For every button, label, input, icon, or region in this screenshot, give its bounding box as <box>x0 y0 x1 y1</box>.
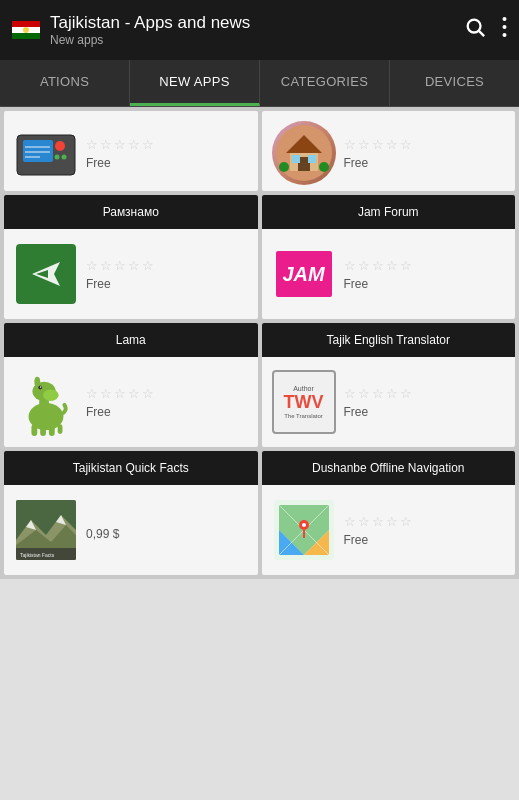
app-info: ☆ ☆ ☆ ☆ ☆ Free <box>86 258 248 291</box>
app-info: ☆ ☆ ☆ ☆ ☆ Free <box>86 137 248 170</box>
app-title: Tajik English Translator <box>262 323 516 357</box>
app-title: Jam Forum <box>262 195 516 229</box>
header-title: Tajikistan - Apps and news <box>50 13 464 33</box>
svg-point-14 <box>62 155 67 160</box>
search-icon[interactable] <box>464 16 486 44</box>
svg-line-5 <box>479 31 484 36</box>
header-text-block: Tajikistan - Apps and news New apps <box>50 13 464 47</box>
app-title: Рамзнамо <box>4 195 258 229</box>
tab-ations[interactable]: ations <box>0 60 130 106</box>
app-icon-nav <box>272 498 336 562</box>
svg-rect-23 <box>308 155 316 163</box>
list-item[interactable]: Tajikistan Quick Facts Taj <box>4 451 258 575</box>
star-rating: ☆ ☆ ☆ ☆ ☆ <box>344 386 412 401</box>
svg-rect-33 <box>31 424 37 436</box>
list-item[interactable]: ☆ ☆ ☆ ☆ ☆ Free <box>262 111 516 191</box>
list-item[interactable]: ☆ ☆ ☆ ☆ ☆ Free <box>4 111 258 191</box>
app-card-body: ☆ ☆ ☆ ☆ ☆ Free <box>262 111 516 191</box>
tab-bar: ations New apps Categories Devices <box>0 60 519 107</box>
svg-point-25 <box>319 162 329 172</box>
plane-box <box>16 244 76 304</box>
app-price: Free <box>344 533 369 547</box>
header-subtitle: New apps <box>50 33 464 47</box>
svg-point-51 <box>302 523 306 527</box>
svg-rect-22 <box>292 155 300 163</box>
svg-rect-35 <box>49 424 55 436</box>
app-card-body: ☆ ☆ ☆ ☆ ☆ Free <box>4 357 258 447</box>
tab-categories[interactable]: Categories <box>260 60 390 106</box>
app-icon-facts: Tajikistan Facts <box>14 498 78 562</box>
star-rating: ☆ ☆ ☆ ☆ ☆ <box>86 137 154 152</box>
app-card-body: ☆ ☆ ☆ ☆ ☆ Free <box>4 111 258 191</box>
app-info: ☆ ☆ ☆ ☆ ☆ Free <box>344 137 506 170</box>
app-info: ☆ ☆ ☆ ☆ ☆ Free <box>344 514 506 547</box>
svg-point-24 <box>279 162 289 172</box>
svg-point-3 <box>23 27 29 33</box>
app-price: 0,99 $ <box>86 527 119 541</box>
star-rating: ☆ ☆ ☆ ☆ ☆ <box>344 514 412 529</box>
app-icon-jam: JAM <box>272 242 336 306</box>
star-rating: ☆ ☆ ☆ ☆ ☆ <box>344 137 412 152</box>
svg-point-4 <box>468 20 481 33</box>
app-info: ☆ ☆ ☆ ☆ ☆ Free <box>344 386 506 419</box>
app-price: Free <box>86 156 111 170</box>
svg-point-30 <box>38 386 42 390</box>
house-image <box>272 121 336 185</box>
app-title: Lama <box>4 323 258 357</box>
app-card-body: Tajikistan Facts 0,99 $ <box>4 485 258 575</box>
app-price: Free <box>86 277 111 291</box>
app-info: 0,99 $ <box>86 519 248 541</box>
svg-point-6 <box>503 17 507 21</box>
star-rating: ☆ ☆ ☆ ☆ ☆ <box>86 258 154 273</box>
app-title: Tajikistan Quick Facts <box>4 451 258 485</box>
svg-rect-0 <box>12 21 40 27</box>
tab-devices[interactable]: Devices <box>390 60 519 106</box>
list-item[interactable]: Lama <box>4 323 258 447</box>
app-card-body: JAM ☆ ☆ ☆ ☆ ☆ Free <box>262 229 516 319</box>
star-rating: ☆ ☆ ☆ ☆ ☆ <box>344 258 412 273</box>
svg-point-7 <box>503 25 507 29</box>
app-icon-twv: Author TWV The Translator <box>272 370 336 434</box>
app-title: Dushanbe Offline Navigation <box>262 451 516 485</box>
more-options-icon[interactable] <box>502 16 507 44</box>
star-rating: ☆ ☆ ☆ ☆ ☆ <box>86 386 154 401</box>
svg-point-8 <box>503 33 507 37</box>
app-price: Free <box>344 156 369 170</box>
app-card-body: ☆ ☆ ☆ ☆ ☆ Free <box>262 485 516 575</box>
list-item[interactable]: Jam Forum JAM ☆ ☆ ☆ ☆ ☆ Free <box>262 195 516 319</box>
app-grid: ☆ ☆ ☆ ☆ ☆ Free <box>0 107 519 579</box>
tab-new-apps[interactable]: New apps <box>130 60 260 106</box>
svg-rect-34 <box>40 424 46 436</box>
app-icon-radio <box>14 121 78 185</box>
header-actions <box>464 16 507 44</box>
app-icon-house <box>272 121 336 185</box>
app-price: Free <box>86 405 111 419</box>
app-info: ☆ ☆ ☆ ☆ ☆ Free <box>86 386 248 419</box>
svg-text:Tajikistan Facts: Tajikistan Facts <box>20 552 55 558</box>
jam-box: JAM <box>276 251 332 297</box>
svg-point-29 <box>43 389 59 401</box>
nav-map-icon <box>274 500 334 560</box>
app-card-body: Author TWV The Translator ☆ ☆ ☆ ☆ ☆ Free <box>262 357 516 447</box>
svg-point-12 <box>55 141 65 151</box>
app-price: Free <box>344 405 369 419</box>
app-header: Tajikistan - Apps and news New apps <box>0 0 519 60</box>
flag-icon <box>12 21 40 39</box>
app-icon-lama <box>14 370 78 434</box>
svg-rect-2 <box>12 33 40 39</box>
list-item[interactable]: Dushanbe Offline Navigation <box>262 451 516 575</box>
list-item[interactable]: Tajik English Translator Author TWV The … <box>262 323 516 447</box>
svg-point-13 <box>55 155 60 160</box>
svg-point-32 <box>34 377 40 387</box>
app-icon-plane <box>14 242 78 306</box>
svg-point-31 <box>40 386 41 387</box>
app-info: ☆ ☆ ☆ ☆ ☆ Free <box>344 258 506 291</box>
twv-box: Author TWV The Translator <box>272 370 336 434</box>
list-item[interactable]: Рамзнамо ☆ ☆ ☆ ☆ ☆ Free <box>4 195 258 319</box>
app-card-body: ☆ ☆ ☆ ☆ ☆ Free <box>4 229 258 319</box>
svg-rect-36 <box>58 424 63 434</box>
app-price: Free <box>344 277 369 291</box>
facts-image: Tajikistan Facts <box>16 500 76 560</box>
svg-rect-11 <box>23 140 53 162</box>
